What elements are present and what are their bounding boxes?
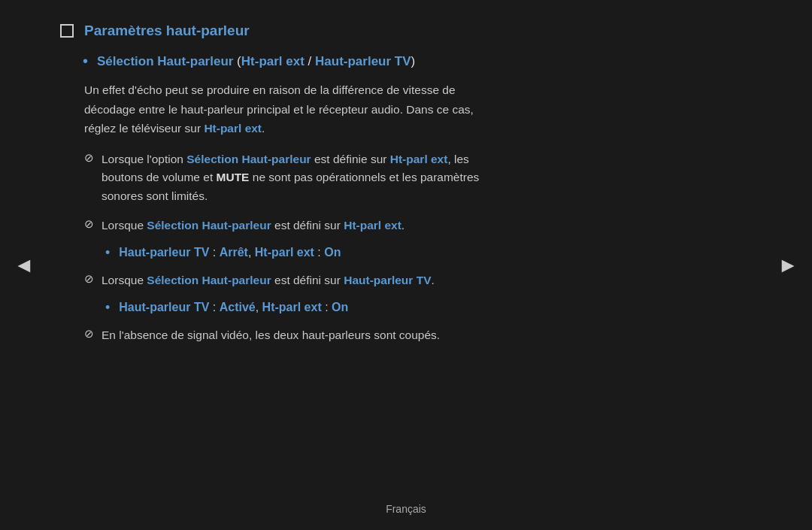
main-bullet-selection: • Sélection Haut-parleur (Ht-parl ext / …: [83, 54, 752, 70]
note-text-2: Lorsque Sélection Haut-parleur est défin…: [102, 217, 404, 235]
sub2-bold2: Ht-parl ext: [262, 301, 322, 313]
sub-bullet-text-1: Haut-parleur TV : Arrêt, Ht-parl ext : O…: [119, 246, 341, 259]
main-bullet-bold3: Haut-parleur TV: [315, 54, 411, 68]
section-header: Paramètres haut-parleur: [60, 23, 752, 39]
main-bullet-label: Sélection Haut-parleur (Ht-parl ext / Ha…: [97, 54, 415, 69]
sub-bullet-dot-2: •: [105, 300, 110, 316]
main-bullet-bold2: Ht-parl ext: [241, 54, 304, 68]
sub2-sep1: :: [209, 301, 219, 313]
note-item-2: ⊘ Lorsque Sélection Haut-parleur est déf…: [83, 217, 752, 235]
sub1-val2: On: [324, 246, 341, 259]
note-icon-4: ⊘: [84, 327, 94, 341]
note2-bold2: Ht-parl ext: [344, 219, 401, 232]
nav-arrow-right[interactable]: ►: [777, 253, 798, 277]
main-bullet-paren-open: (: [233, 54, 241, 68]
sub-bullet-2: • Haut-parleur TV : Activé, Ht-parl ext …: [105, 301, 752, 316]
sub2-sep3: :: [322, 301, 332, 313]
sub-bullet-text-2: Haut-parleur TV : Activé, Ht-parl ext : …: [119, 301, 348, 314]
sub1-bold1: Haut-parleur TV: [119, 246, 209, 259]
page-container: ◄ ► Paramètres haut-parleur • Sélection …: [0, 0, 812, 530]
sub1-val1: Arrêt: [220, 246, 248, 259]
sub1-sep3: :: [314, 246, 324, 259]
note-text-1: Lorsque l'option Sélection Haut-parleur …: [102, 150, 479, 206]
nav-arrow-left[interactable]: ◄: [14, 253, 35, 277]
sub1-sep2: ,: [248, 246, 255, 259]
main-bullet-paren-close: ): [411, 54, 416, 68]
main-bullet-dot: •: [83, 53, 88, 70]
sub2-val1: Activé: [220, 301, 256, 313]
note-icon-3: ⊘: [84, 272, 94, 286]
note1-bold1: Sélection Haut-parleur: [186, 153, 311, 165]
note-item-4: ⊘ En l'absence de signal vidéo, les deux…: [83, 326, 752, 345]
footer-language: Français: [386, 503, 426, 515]
sub-bullet-dot-1: •: [105, 245, 110, 261]
section-square-icon: [60, 24, 74, 38]
note-text-3: Lorsque Sélection Haut-parleur est défin…: [102, 271, 435, 290]
sub2-bold1: Haut-parleur TV: [119, 301, 209, 313]
main-bullet-bold1: Sélection Haut-parleur: [97, 54, 233, 68]
description-paragraph: Un effet d'écho peut se produire en rais…: [83, 80, 752, 138]
section-title: Paramètres haut-parleur: [84, 23, 250, 39]
note-icon-2: ⊘: [84, 217, 94, 231]
note3-bold1: Sélection Haut-parleur: [147, 274, 271, 286]
sub1-sep1: :: [209, 246, 219, 259]
note-icon-1: ⊘: [84, 151, 94, 165]
sub1-bold2: Ht-parl ext: [255, 246, 314, 259]
sub-bullet-1: • Haut-parleur TV : Arrêt, Ht-parl ext :…: [105, 246, 752, 261]
sub2-sep2: ,: [256, 301, 262, 313]
sub2-val2: On: [332, 301, 348, 313]
note3-bold2: Haut-parleur TV: [344, 274, 431, 286]
main-bullet-slash: /: [304, 54, 315, 68]
note-item-3: ⊘ Lorsque Sélection Haut-parleur est déf…: [83, 271, 752, 290]
note1-bold2: Ht-parl ext: [390, 153, 448, 165]
description-bold-htparl: Ht-parl ext: [204, 122, 262, 135]
note1-bold3: MUTE: [217, 171, 250, 183]
note2-bold1: Sélection Haut-parleur: [147, 219, 271, 232]
content-area: • Sélection Haut-parleur (Ht-parl ext / …: [60, 54, 752, 344]
note-item-1: ⊘ Lorsque l'option Sélection Haut-parleu…: [83, 150, 752, 206]
note-text-4: En l'absence de signal vidéo, les deux h…: [102, 326, 440, 345]
